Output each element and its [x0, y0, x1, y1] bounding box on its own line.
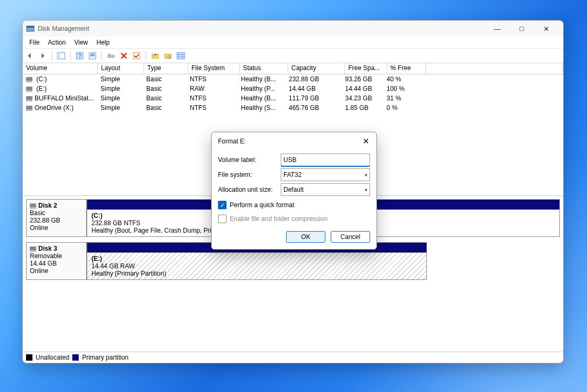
- legend: Unallocated Primary partition: [23, 352, 563, 363]
- folder-up-icon[interactable]: [150, 51, 160, 61]
- col-status[interactable]: Status: [240, 63, 288, 74]
- volume-row[interactable]: OneDrive (X:) Simple Basic NTFS Healthy …: [23, 103, 563, 113]
- drive-icon: [26, 77, 32, 82]
- menu-action[interactable]: Action: [45, 38, 69, 47]
- svg-rect-9: [107, 55, 115, 58]
- disk-label: Disk 2: [38, 202, 57, 209]
- svg-text:?: ?: [78, 53, 81, 59]
- cancel-button[interactable]: Cancel: [331, 231, 370, 243]
- chevron-down-icon: ▾: [365, 172, 367, 178]
- drive-icon: [30, 246, 36, 252]
- col-free[interactable]: Free Spa...: [345, 63, 387, 74]
- svg-rect-7: [90, 54, 95, 55]
- disk-type: Basic: [30, 209, 83, 217]
- forward-icon[interactable]: [38, 51, 47, 61]
- toolbar: ?: [23, 49, 563, 63]
- svg-rect-1: [27, 26, 34, 28]
- volume-row[interactable]: (E:) Simple Basic RAW Healthy (P... 14.4…: [23, 84, 563, 93]
- dialog-titlebar[interactable]: Format E: ✕: [212, 132, 376, 149]
- partition-status: Healthy (Primary Partition): [91, 270, 422, 277]
- svg-rect-8: [90, 55, 95, 56]
- compression-checkbox: [218, 215, 227, 223]
- apply-icon[interactable]: [132, 51, 141, 61]
- disk-label: Disk 3: [38, 245, 57, 252]
- drive-icon: [26, 96, 32, 101]
- file-system-select[interactable]: FAT32 ▾: [281, 168, 370, 181]
- disk-state: Online: [30, 224, 83, 232]
- file-system-label: File system:: [218, 171, 281, 178]
- volume-list-header: Volume Layout Type File System Status Ca…: [23, 63, 563, 74]
- chevron-down-icon: ▾: [365, 187, 367, 193]
- svg-rect-10: [133, 53, 140, 59]
- back-icon[interactable]: [25, 51, 35, 61]
- close-button[interactable]: ✕: [540, 25, 552, 33]
- col-fs[interactable]: File System: [188, 63, 240, 74]
- file-system-value: FAT32: [283, 171, 301, 178]
- titlebar[interactable]: Disk Management — ▢ ✕: [23, 21, 563, 37]
- legend-swatch-unallocated: [26, 354, 32, 361]
- drive-icon: [26, 87, 32, 92]
- allocation-unit-label: Allocation unit size:: [218, 186, 281, 193]
- col-capacity[interactable]: Capacity: [288, 63, 345, 74]
- disk-state: Online: [30, 267, 83, 275]
- disk-2-info[interactable]: Disk 2 Basic 232.88 GB Online: [26, 199, 87, 237]
- partition-label: (E:): [91, 255, 422, 262]
- volume-label-input[interactable]: [281, 154, 370, 167]
- refresh-icon[interactable]: [106, 51, 116, 61]
- legend-primary: Primary partition: [82, 354, 128, 361]
- folder-search-icon[interactable]: [163, 51, 173, 61]
- disk-3-partition[interactable]: (E:) 14.44 GB RAW Healthy (Primary Parti…: [87, 252, 427, 280]
- format-dialog: Format E: ✕ Volume label: File system: F…: [211, 132, 377, 250]
- col-layout[interactable]: Layout: [98, 63, 144, 74]
- disk-size: 232.88 GB: [30, 217, 83, 224]
- compression-label: Enable file and folder compression: [230, 215, 328, 223]
- drive-icon: [30, 203, 36, 209]
- col-type[interactable]: Type: [144, 63, 188, 74]
- col-volume[interactable]: Volume: [23, 63, 98, 74]
- disk-3-info[interactable]: Disk 3 Removable 14.44 GB Online: [26, 242, 87, 280]
- properties-icon[interactable]: [88, 51, 97, 61]
- allocation-unit-value: Default: [283, 186, 304, 193]
- col-pct[interactable]: % Free: [387, 63, 426, 74]
- menu-view[interactable]: View: [71, 38, 91, 47]
- window-title: Disk Management: [38, 25, 89, 32]
- ok-button[interactable]: OK: [286, 231, 325, 243]
- volume-row[interactable]: (C:) Simple Basic NTFS Healthy (B... 232…: [23, 74, 563, 84]
- dialog-title: Format E:: [218, 138, 360, 145]
- legend-swatch-primary: [72, 354, 79, 361]
- minimize-button[interactable]: —: [491, 25, 504, 33]
- disk-size: 14.44 GB: [30, 260, 83, 267]
- legend-unallocated: Unallocated: [36, 354, 69, 361]
- svg-rect-3: [57, 53, 60, 59]
- list-view-icon[interactable]: [176, 51, 186, 61]
- quick-format-label: Perform a quick format: [230, 201, 294, 209]
- dialog-close-icon[interactable]: ✕: [360, 137, 371, 146]
- menu-help[interactable]: Help: [94, 38, 113, 47]
- menu-file[interactable]: File: [26, 38, 43, 47]
- app-icon: [26, 24, 35, 33]
- maximize-button[interactable]: ▢: [515, 25, 528, 33]
- allocation-unit-select[interactable]: Default ▾: [281, 183, 370, 196]
- quick-format-checkbox[interactable]: ✓: [218, 201, 227, 209]
- volume-label-label: Volume label:: [218, 156, 281, 164]
- partition-size-fs: 14.44 GB RAW: [91, 262, 422, 270]
- disk-type: Removable: [30, 252, 83, 260]
- help-icon[interactable]: ?: [75, 51, 85, 61]
- volume-row[interactable]: BUFFALO MiniStat... Simple Basic NTFS He…: [23, 93, 563, 103]
- svg-rect-14: [177, 53, 185, 59]
- delete-icon[interactable]: [119, 51, 129, 61]
- menubar: File Action View Help: [23, 37, 563, 49]
- show-hide-tree-icon[interactable]: [56, 51, 66, 61]
- drive-icon: [26, 106, 32, 111]
